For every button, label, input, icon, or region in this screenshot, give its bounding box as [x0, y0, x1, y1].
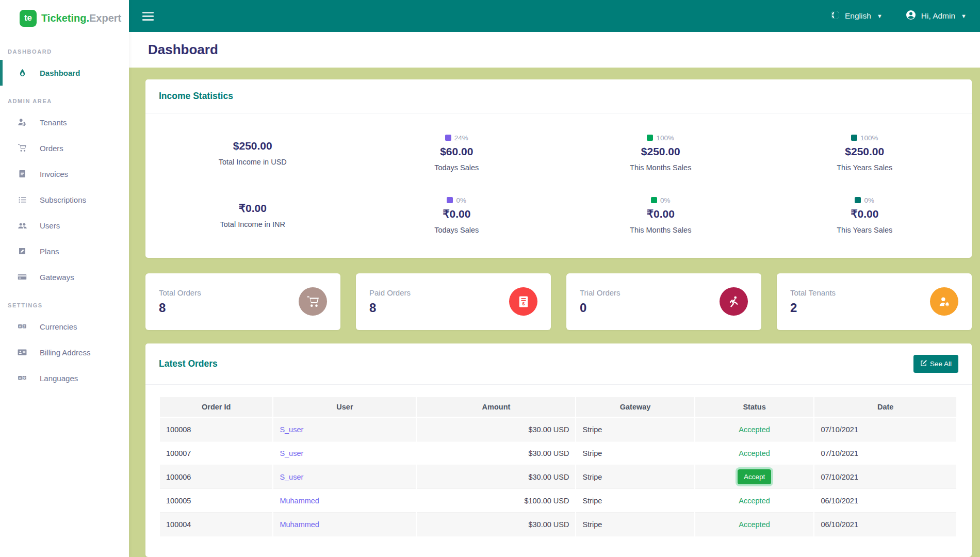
topbar: English ▼ Hi, Admin ▼ — [129, 0, 980, 32]
cart-icon — [17, 143, 27, 153]
column-header-gateway: Gateway — [576, 397, 694, 418]
column-header-user: User — [273, 397, 416, 418]
page-head: Dashboard — [129, 32, 980, 67]
cell-amount: $30.00 USD — [416, 513, 576, 536]
sidebar-item-label: Languages — [40, 374, 78, 383]
cell-date: 07/10/2021 — [814, 418, 957, 441]
sidebar-item-label: Dashboard — [40, 69, 80, 77]
cell-order-id: 100008 — [160, 418, 273, 441]
cell-status: Accept — [695, 465, 814, 489]
status-text: Accepted — [739, 520, 770, 529]
sidebar-item-gateways[interactable]: Gateways — [0, 264, 129, 290]
stat-card-total-orders: Total Orders 8 — [145, 273, 340, 330]
income-cell-years-sales-usd: 100% $250.00 This Years Sales — [763, 134, 967, 172]
sidebar: te Ticketing.Expert DASHBOARD Dashboard … — [0, 0, 129, 557]
status-text: Accepted — [739, 497, 770, 505]
cell-date: 07/10/2021 — [814, 465, 957, 489]
content: Income Statistics $250.00 Total Income i… — [129, 68, 980, 557]
spell-check-icon: AZ — [17, 322, 27, 331]
nav-section-settings: SETTINGS — [8, 302, 129, 308]
user-label: Hi, Admin — [921, 11, 955, 21]
income-cell-months-sales-usd: 100% $250.00 This Months Sales — [559, 134, 763, 172]
sidebar-item-users[interactable]: Users — [0, 212, 129, 238]
svg-text:$: $ — [522, 301, 525, 306]
table-row: 100004 Muhammed $30.00 USD Stripe Accept… — [160, 513, 957, 536]
column-header-order-id: Order Id — [160, 397, 273, 418]
cell-date: 06/10/2021 — [814, 513, 957, 536]
stat-card-trial-orders: Trial Orders 0 — [566, 273, 761, 330]
stat-card-total-tenants: Total Tenants 2 — [777, 273, 972, 330]
user-link[interactable]: S_user — [280, 449, 303, 457]
user-menu[interactable]: Hi, Admin ▼ — [905, 9, 967, 23]
cell-amount: $30.00 USD — [416, 441, 576, 465]
cart-icon — [299, 287, 327, 316]
user-link[interactable]: S_user — [280, 473, 303, 481]
flame-icon — [17, 69, 27, 77]
edit-icon — [920, 359, 927, 368]
income-cell-todays-sales-usd: 24% $60.00 Todays Sales — [355, 134, 559, 172]
sidebar-item-label: Subscriptions — [40, 195, 86, 204]
latest-orders-table-wrap: Order Id User Amount Gateway Status Date… — [145, 385, 972, 557]
users-icon — [17, 221, 27, 231]
cell-order-id: 100007 — [160, 441, 273, 465]
sidebar-item-label: Billing Address — [40, 348, 90, 357]
percent-swatch — [855, 197, 861, 203]
sidebar-item-invoices[interactable]: Invoices — [0, 161, 129, 187]
table-row: 100006 S_user $30.00 USD Stripe Accept 0… — [160, 465, 957, 489]
sidebar-item-label: Tenants — [40, 118, 67, 127]
sidebar-item-currencies[interactable]: AZ Currencies — [0, 314, 129, 339]
percent-swatch — [445, 135, 451, 141]
sidebar-item-label: Orders — [40, 144, 63, 153]
income-statistics-title: Income Statistics — [159, 91, 233, 102]
credit-card-icon — [17, 272, 27, 282]
sidebar-item-tenants[interactable]: Tenants — [0, 109, 129, 135]
cell-amount: $30.00 USD — [416, 418, 576, 441]
cell-gateway: Stripe — [576, 465, 694, 489]
language-menu[interactable]: English ▼ — [830, 10, 883, 22]
column-header-status: Status — [695, 397, 814, 418]
sidebar-item-subscriptions[interactable]: Subscriptions — [0, 187, 129, 212]
page-title: Dashboard — [148, 42, 218, 58]
sidebar-item-label: Plans — [40, 247, 59, 256]
cell-gateway: Stripe — [576, 418, 694, 441]
cell-date: 07/10/2021 — [814, 441, 957, 465]
cell-amount: $100.00 USD — [416, 489, 576, 513]
user-link[interactable]: Muhammed — [280, 497, 319, 505]
sidebar-item-languages[interactable]: A文 Languages — [0, 365, 129, 391]
cell-status: Accepted — [695, 489, 814, 513]
user-link[interactable]: S_user — [280, 425, 303, 434]
stat-cards-row: Total Orders 8 Paid Orders 8 $ Trial Or — [145, 273, 972, 330]
cell-gateway: Stripe — [576, 489, 694, 513]
sidebar-item-billing-address[interactable]: Billing Address — [0, 339, 129, 365]
income-cell-total-usd: $250.00 Total Income in USD — [151, 134, 355, 172]
file-invoice-dollar-icon: $ — [509, 287, 537, 316]
latest-orders-table: Order Id User Amount Gateway Status Date… — [160, 397, 957, 537]
chevron-down-icon: ▼ — [961, 13, 967, 19]
status-text: Accepted — [739, 449, 770, 457]
user-link[interactable]: Muhammed — [280, 520, 319, 529]
see-all-button[interactable]: See All — [913, 355, 958, 373]
cell-status: Accepted — [695, 418, 814, 441]
sidebar-item-label: Invoices — [40, 170, 68, 178]
sidebar-item-plans[interactable]: Plans — [0, 238, 129, 264]
svg-text:A: A — [19, 376, 22, 380]
sidebar-nav: DASHBOARD Dashboard ADMIN AREA Tenants O… — [0, 48, 129, 391]
income-statistics-grid: $250.00 Total Income in USD 24% $60.00 T… — [145, 113, 972, 258]
cell-order-id: 100006 — [160, 465, 273, 489]
percent-swatch — [447, 197, 453, 203]
cell-user: Muhammed — [273, 513, 416, 536]
sidebar-item-label: Gateways — [40, 273, 74, 282]
list-icon — [17, 195, 27, 204]
hamburger-menu-icon[interactable] — [142, 12, 154, 21]
status-text: Accepted — [739, 425, 770, 434]
latest-orders-card: Latest Orders See All Order — [145, 343, 972, 557]
globe-icon — [830, 10, 840, 22]
sidebar-item-orders[interactable]: Orders — [0, 135, 129, 161]
brand-logo[interactable]: te Ticketing.Expert — [0, 0, 129, 36]
accept-button[interactable]: Accept — [738, 469, 771, 484]
table-row: 100008 S_user $30.00 USD Stripe Accepted… — [160, 418, 957, 441]
table-row: 100007 S_user $30.00 USD Stripe Accepted… — [160, 441, 957, 465]
user-circle-icon — [905, 9, 917, 23]
sidebar-item-dashboard[interactable]: Dashboard — [0, 60, 129, 86]
cell-user: Muhammed — [273, 489, 416, 513]
